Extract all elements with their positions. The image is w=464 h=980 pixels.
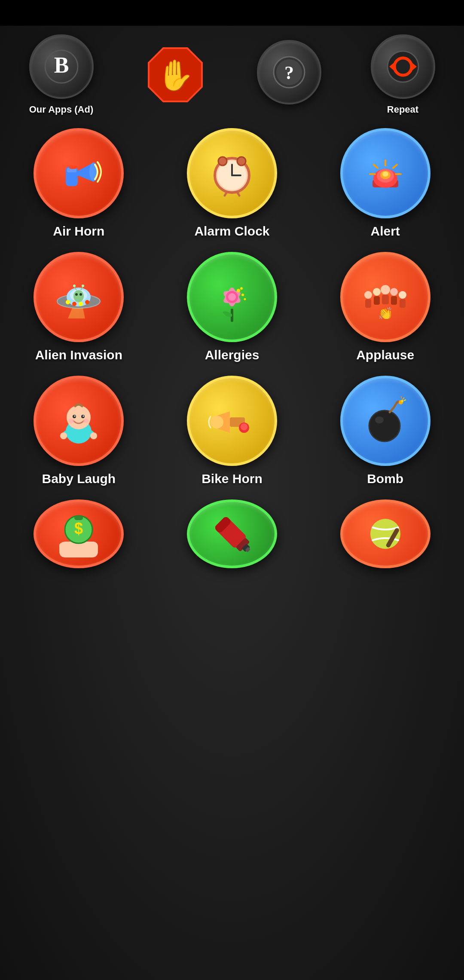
baby-icon <box>53 395 104 447</box>
air-horn-icon <box>53 147 104 199</box>
svg-point-83 <box>241 423 247 430</box>
svg-text:✋: ✋ <box>156 58 194 93</box>
bike-horn-label: Bike Horn <box>201 471 263 487</box>
svg-point-46 <box>85 300 89 304</box>
crowd-icon: 👏 <box>360 271 411 323</box>
bomb-label: Bomb <box>367 471 403 487</box>
applause-label: Applause <box>356 347 414 363</box>
svg-line-28 <box>374 165 378 168</box>
svg-point-19 <box>237 157 246 165</box>
air-horn-button[interactable]: Air Horn <box>9 128 149 239</box>
svg-point-86 <box>375 416 384 423</box>
megaphone-icon <box>206 395 258 447</box>
svg-point-18 <box>218 157 227 165</box>
svg-point-40 <box>73 285 76 287</box>
svg-point-56 <box>244 298 246 300</box>
svg-point-63 <box>390 288 398 296</box>
svg-line-90 <box>404 400 406 401</box>
baby-laugh-label: Baby Laugh <box>42 471 116 487</box>
svg-text:👏: 👏 <box>378 306 393 321</box>
alarm-clock-label: Alarm Clock <box>194 224 269 239</box>
flower-icon <box>206 271 258 323</box>
svg-point-61 <box>381 285 390 294</box>
svg-point-43 <box>66 300 70 304</box>
alert-button[interactable]: Alert <box>315 128 455 239</box>
bomb-button[interactable]: Bomb <box>315 376 455 487</box>
svg-rect-66 <box>400 299 406 308</box>
svg-point-26 <box>382 172 388 177</box>
alert-siren-icon <box>360 147 411 199</box>
alien-ufo-icon <box>53 271 104 323</box>
svg-point-44 <box>72 302 76 306</box>
question-button[interactable]: ? <box>257 40 321 110</box>
repeat-button[interactable]: Repeat <box>371 34 435 115</box>
bike-horn-button[interactable]: Bike Horn <box>162 376 302 487</box>
svg-rect-62 <box>382 295 389 304</box>
stop-button[interactable]: ✋ <box>143 43 208 107</box>
top-row: B Our Apps (Ad) ✋ ? <box>0 26 464 115</box>
svg-rect-64 <box>391 296 397 305</box>
baby-laugh-button[interactable]: Baby Laugh <box>9 376 149 487</box>
b-letter-icon: B <box>44 49 79 84</box>
svg-line-89 <box>403 398 404 399</box>
svg-rect-58 <box>365 299 371 308</box>
air-horn-label: Air Horn <box>53 224 104 239</box>
svg-point-59 <box>373 288 381 296</box>
svg-point-54 <box>241 294 244 296</box>
svg-point-65 <box>399 291 406 299</box>
svg-text:$: $ <box>74 520 83 537</box>
svg-point-72 <box>74 416 76 417</box>
top-bar <box>0 0 464 26</box>
svg-text:?: ? <box>284 62 294 83</box>
ball-button[interactable] <box>315 499 455 573</box>
svg-point-36 <box>73 290 84 302</box>
alert-label: Alert <box>370 224 400 239</box>
alarm-clock-button[interactable]: Alarm Clock <box>162 128 302 239</box>
repeat-icon <box>386 49 420 84</box>
svg-point-73 <box>83 416 84 417</box>
our-apps-button[interactable]: B Our Apps (Ad) <box>29 34 94 115</box>
svg-line-29 <box>393 165 397 168</box>
alarm-clock-icon <box>206 147 258 199</box>
svg-point-53 <box>237 289 240 292</box>
svg-point-57 <box>364 291 372 299</box>
applause-button[interactable]: 👏 Applause <box>315 252 455 363</box>
question-mark-icon: ? <box>272 55 306 89</box>
marker-icon <box>206 508 258 560</box>
svg-point-78 <box>60 432 67 439</box>
svg-rect-13 <box>69 165 77 169</box>
our-apps-label: Our Apps (Ad) <box>29 104 94 115</box>
allergies-label: Allergies <box>205 347 259 363</box>
svg-point-69 <box>67 405 91 429</box>
alien-invasion-label: Alien Invasion <box>35 347 122 363</box>
svg-point-42 <box>82 285 84 287</box>
money-bag-icon: $ <box>53 508 104 560</box>
svg-line-21 <box>237 192 239 196</box>
svg-line-20 <box>225 192 227 196</box>
svg-rect-60 <box>374 296 380 305</box>
svg-point-37 <box>75 293 78 296</box>
svg-point-45 <box>79 302 83 306</box>
bomb-icon <box>360 395 411 447</box>
alien-invasion-button[interactable]: Alien Invasion <box>9 252 149 363</box>
sound-grid: Air Horn Alarm Clock <box>0 115 464 499</box>
bottom-partial-row: $ <box>0 499 464 586</box>
svg-point-74 <box>68 419 74 423</box>
svg-point-75 <box>83 419 89 423</box>
svg-point-55 <box>240 287 243 290</box>
stop-hand-icon: ✋ <box>145 45 205 105</box>
tennis-ball-icon <box>360 508 411 560</box>
svg-point-88 <box>401 400 403 402</box>
svg-point-52 <box>228 293 236 301</box>
svg-text:B: B <box>54 53 69 77</box>
allergies-button[interactable]: Allergies <box>162 252 302 363</box>
svg-point-79 <box>90 432 97 439</box>
money-bag-button[interactable]: $ <box>9 499 149 573</box>
repeat-label: Repeat <box>387 104 418 115</box>
marker-button[interactable] <box>162 499 302 573</box>
svg-point-38 <box>79 293 82 296</box>
svg-point-80 <box>211 416 223 429</box>
